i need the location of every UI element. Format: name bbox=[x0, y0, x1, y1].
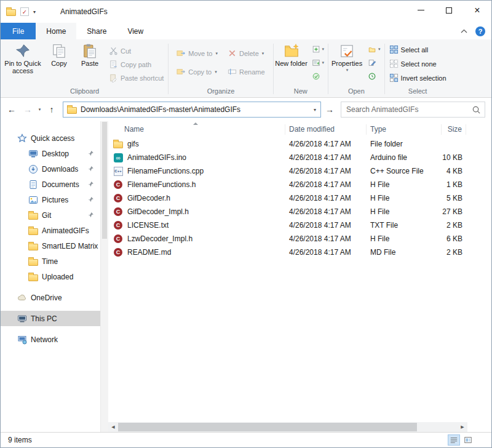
invert-selection-button[interactable]: Invert selection bbox=[389, 73, 446, 82]
sidebar-item-downloads[interactable]: Downloads bbox=[1, 161, 100, 177]
file-size: 10 KB bbox=[442, 153, 466, 162]
sort-ascending-icon[interactable] bbox=[193, 122, 198, 125]
tab-share[interactable]: Share bbox=[76, 23, 117, 39]
copy-to-button[interactable]: Copy to▾ bbox=[177, 67, 218, 76]
new-item-button[interactable]: ▾ bbox=[312, 45, 325, 54]
minimize-button[interactable] bbox=[407, 1, 435, 20]
properties-button[interactable]: Properties ▾ bbox=[329, 41, 365, 73]
file-row-license-txt[interactable]: CLICENSE.txt4/26/2018 4:17 AMTXT File2 K… bbox=[108, 218, 491, 232]
search-box[interactable] bbox=[341, 102, 485, 118]
network-icon bbox=[17, 335, 27, 345]
back-button[interactable]: ← bbox=[4, 105, 19, 114]
up-button[interactable]: ↑ bbox=[44, 105, 59, 114]
file-type: H File bbox=[367, 207, 442, 216]
pushpin-icon bbox=[87, 196, 94, 203]
file-row-gifs[interactable]: gifs4/26/2018 4:17 AMFile folder bbox=[108, 137, 491, 151]
select-all-button[interactable]: Select all bbox=[389, 45, 446, 54]
file-row-gifdecoder-impl-h[interactable]: CGifDecoder_Impl.h4/26/2018 4:17 AMH Fil… bbox=[108, 205, 491, 218]
address-path[interactable]: Downloads\AnimatedGIFs-master\AnimatedGI… bbox=[81, 105, 308, 114]
organize-group-label: Organize bbox=[169, 87, 272, 97]
sidebar-item-smartled-matrix[interactable]: SmartLED Matrix bbox=[1, 238, 100, 254]
history-button[interactable] bbox=[368, 72, 381, 81]
ribbon-separator bbox=[273, 44, 274, 94]
details-view-button[interactable] bbox=[448, 434, 460, 446]
column-header-name[interactable]: Name bbox=[108, 124, 285, 135]
collapse-ribbon-chevron-icon[interactable] bbox=[461, 29, 467, 33]
column-header-size[interactable]: Size bbox=[442, 124, 466, 135]
file-row-animatedgifs-ino[interactable]: ∞AnimatedGIFs.ino4/26/2018 4:17 AMArduin… bbox=[108, 151, 491, 164]
file-date-modified: 4/26/2018 4:17 AM bbox=[285, 180, 367, 189]
maximize-icon bbox=[446, 7, 452, 14]
scrollbar-track[interactable] bbox=[118, 422, 458, 432]
scroll-right-icon[interactable]: ▶ bbox=[458, 425, 467, 430]
column-header-date-modified[interactable]: Date modified bbox=[285, 124, 367, 135]
sidebar-scrollbar[interactable] bbox=[100, 121, 108, 432]
scroll-left-icon[interactable]: ◀ bbox=[108, 425, 118, 430]
properties-quick-icon[interactable]: ✓ bbox=[20, 7, 29, 16]
refresh-go-button[interactable]: → bbox=[322, 105, 337, 114]
scrollbar-thumb[interactable] bbox=[118, 423, 417, 431]
pin-to-quick-access-button[interactable]: Pin to Quick access bbox=[2, 41, 44, 74]
easy-access-button[interactable]: ▾ bbox=[312, 58, 325, 67]
sidebar-item-desktop[interactable]: Desktop bbox=[1, 146, 100, 161]
close-button[interactable]: × bbox=[463, 1, 491, 20]
sidebar-item-time[interactable]: Time bbox=[1, 254, 100, 269]
select-none-button[interactable]: Select none bbox=[389, 59, 446, 68]
open-button[interactable]: ▾ bbox=[368, 45, 381, 54]
copy-path-button[interactable]: Copy path bbox=[109, 60, 164, 69]
maximize-button[interactable] bbox=[435, 1, 463, 20]
sidebar-scrollbar-thumb[interactable] bbox=[102, 122, 107, 239]
search-icon[interactable] bbox=[472, 105, 481, 114]
help-icon[interactable]: ? bbox=[475, 26, 485, 36]
sidebar-item-quick-access[interactable]: Quick access bbox=[1, 130, 100, 146]
horizontal-scrollbar[interactable]: ◀ ▶ bbox=[108, 422, 467, 432]
sidebar-item-this-pc[interactable]: This PC bbox=[1, 311, 100, 326]
view-buttons bbox=[448, 434, 484, 446]
paste-icon bbox=[82, 43, 98, 59]
easy-access-green-button[interactable] bbox=[312, 72, 325, 81]
recent-locations-chevron-icon[interactable]: ▾ bbox=[36, 107, 43, 112]
edit-button[interactable] bbox=[368, 58, 381, 67]
address-dropdown-chevron-icon[interactable]: ▾ bbox=[312, 107, 318, 113]
new-item-icon bbox=[312, 45, 320, 54]
move-to-button[interactable]: Move to▾ bbox=[177, 49, 218, 58]
paste-shortcut-button[interactable]: Paste shortcut bbox=[109, 73, 164, 82]
file-row-readme-md[interactable]: CREADME.md4/26/2018 4:17 AMMD File2 KB bbox=[108, 246, 491, 259]
delete-button[interactable]: Delete▾ bbox=[228, 49, 265, 58]
address-bar[interactable]: Downloads\AnimatedGIFs-master\AnimatedGI… bbox=[63, 102, 321, 118]
sidebar-item-animatedgifs[interactable]: AnimatedGIFs bbox=[1, 223, 100, 238]
cut-button[interactable]: Cut bbox=[109, 46, 164, 55]
dropdown-chevron-icon: ▾ bbox=[322, 60, 325, 65]
sidebar-item-documents[interactable]: Documents bbox=[1, 177, 100, 192]
paste-button[interactable]: Paste bbox=[74, 41, 105, 67]
file-row-lzwdecoder-impl-h[interactable]: CLzwDecoder_Impl.h4/26/2018 4:17 AMH Fil… bbox=[108, 232, 491, 246]
file-row-gifdecoder-h[interactable]: CGifDecoder.h4/26/2018 4:17 AMH File5 KB bbox=[108, 191, 491, 205]
tab-home[interactable]: Home bbox=[36, 23, 76, 39]
search-input[interactable] bbox=[346, 105, 472, 114]
thumbnails-view-button[interactable] bbox=[462, 434, 474, 446]
dropdown-chevron-icon: ▾ bbox=[322, 47, 325, 52]
copy-path-icon bbox=[109, 60, 118, 69]
customize-toolbar-chevron-icon[interactable]: ▾ bbox=[33, 9, 36, 15]
sidebar-item-uploaded[interactable]: Uploaded bbox=[1, 269, 100, 284]
shortcut-green-icon bbox=[312, 72, 320, 81]
file-date-modified: 4/26/2018 4:17 AM bbox=[285, 140, 367, 148]
sidebar-item-pictures[interactable]: Pictures bbox=[1, 192, 100, 207]
sidebar-item-onedrive[interactable]: OneDrive bbox=[1, 290, 100, 305]
title-bar[interactable]: ✓ ▾ AnimatedGIFs × bbox=[1, 1, 491, 23]
file-row-filenamefunctions-h[interactable]: CFilenameFunctions.h4/26/2018 4:17 AMH F… bbox=[108, 178, 491, 191]
column-header-type[interactable]: Type bbox=[367, 124, 442, 135]
tab-view[interactable]: View bbox=[117, 23, 154, 39]
sidebar-item-label: Time bbox=[42, 257, 58, 266]
tab-file[interactable]: File bbox=[1, 23, 36, 39]
rename-button[interactable]: Rename bbox=[228, 67, 265, 76]
sidebar-item-network[interactable]: Network bbox=[1, 332, 100, 347]
file-row-filenamefunctions-cpp[interactable]: C++FilenameFunctions.cpp4/26/2018 4:17 A… bbox=[108, 164, 491, 178]
forward-button[interactable]: → bbox=[20, 105, 35, 114]
new-folder-button[interactable]: New folder bbox=[274, 41, 309, 67]
sidebar-item-label: AnimatedGIFs bbox=[42, 226, 89, 235]
copy-button[interactable]: Copy bbox=[44, 41, 74, 67]
sidebar-item-git[interactable]: Git bbox=[1, 207, 100, 223]
sidebar-item-label: Documents bbox=[42, 180, 79, 189]
ribbon-group-select: Select all Select none Invert selection … bbox=[386, 41, 450, 97]
